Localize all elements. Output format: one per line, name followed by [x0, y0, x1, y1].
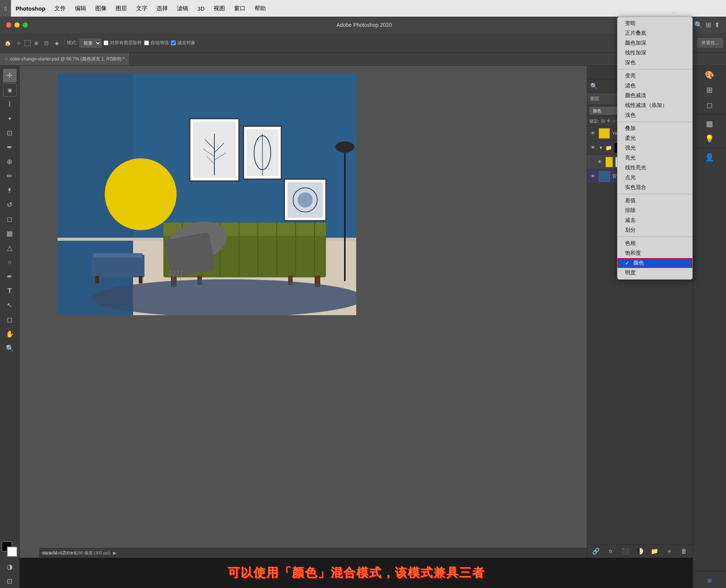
background-color[interactable]	[7, 546, 17, 557]
eyedropper-tool[interactable]: ✒	[3, 141, 17, 154]
blend-difference[interactable]: 差值	[617, 196, 692, 206]
selection-tool[interactable]: ▣	[3, 83, 17, 97]
clone-stamp-tool[interactable]: 🖈	[3, 184, 17, 197]
blend-darker-color[interactable]: 深色	[617, 58, 692, 68]
blur-tool[interactable]: △	[3, 241, 17, 255]
crop-tool[interactable]: ⊡	[3, 126, 17, 140]
blend-vivid-light[interactable]: 亮光	[617, 153, 692, 163]
blend-color[interactable]: 颜色	[617, 258, 692, 268]
blend-linear-burn[interactable]: 线性加深	[617, 48, 692, 58]
blend-multiply[interactable]: 正片叠底	[617, 28, 692, 38]
blend-darken[interactable]: 变暗	[617, 19, 692, 28]
gradient-tool[interactable]: ▦	[3, 227, 17, 240]
active-tab[interactable]: ✕ color-change-starter.psd @ 66.7% (颜色填充…	[0, 53, 129, 65]
rect-select-icon[interactable]	[25, 40, 31, 46]
close-button[interactable]	[6, 22, 11, 28]
menu-select[interactable]: 选择	[152, 0, 172, 17]
lock-artboard-icon[interactable]: ⊹	[613, 119, 616, 124]
history-brush-tool[interactable]: ↺	[3, 198, 17, 212]
layer-visibility-fill1[interactable]: 👁	[596, 159, 603, 165]
app-menu-photoshop[interactable]: Photoshop	[11, 0, 50, 17]
merge-mask-button[interactable]: 并遮住...	[697, 38, 723, 48]
menu-filter[interactable]: 滤镜	[172, 0, 193, 17]
blend-color-dodge[interactable]: 颜色减淡	[617, 91, 692, 101]
blend-color-burn[interactable]: 颜色加深	[617, 38, 692, 48]
menu-image[interactable]: 图像	[91, 0, 111, 17]
hand-tool[interactable]: ✋	[3, 327, 17, 341]
blend-hue[interactable]: 色相	[617, 238, 692, 248]
adjustments-icon[interactable]: ⊞	[701, 82, 719, 97]
layer-mask-btn[interactable]: ⬛	[620, 546, 631, 557]
layer-group-btn[interactable]: 📁	[649, 546, 660, 557]
blend-exclusion[interactable]: 排除	[617, 206, 692, 215]
dodge-tool[interactable]: ○	[3, 255, 17, 269]
zoom-tool[interactable]: 🔍	[3, 342, 17, 355]
menu-file[interactable]: 文件	[50, 0, 70, 17]
blend-hard-light[interactable]: 强光	[617, 143, 692, 153]
mode-select[interactable]: 矩形 椭圆 套索	[79, 39, 101, 48]
blend-linear-light[interactable]: 线性亮光	[617, 163, 692, 173]
blend-linear-dodge[interactable]: 线性减淡（添加）	[617, 101, 692, 110]
check-subtract-input[interactable]	[171, 40, 176, 45]
layer-delete-btn[interactable]: 🗑	[679, 546, 689, 557]
share-icon[interactable]: ⬆	[714, 21, 720, 29]
menu-help[interactable]: 帮助	[250, 0, 270, 17]
color-swatches[interactable]	[2, 541, 18, 558]
light-icon[interactable]: 💡	[701, 131, 719, 146]
layer-link-btn[interactable]: 🔗	[591, 546, 601, 557]
styles-icon[interactable]: ◻	[701, 97, 719, 113]
color-picker-icon[interactable]: 🎨	[701, 67, 719, 82]
pen-tool[interactable]: ✒	[3, 270, 17, 283]
brush-tool[interactable]: ✏	[3, 169, 17, 183]
blend-luminosity[interactable]: 明度	[617, 268, 692, 278]
menu-3d[interactable]: 3D	[193, 0, 209, 17]
blend-subtract[interactable]: 减去	[617, 215, 692, 225]
layer-visibility-group1[interactable]: 👁	[589, 145, 596, 150]
gradient-panel-icon[interactable]: ▦	[701, 116, 719, 131]
layer-visibility-yellow[interactable]: 👁	[589, 130, 596, 136]
screen-mode-tool[interactable]: ⊡	[3, 574, 17, 588]
eraser-tool[interactable]: ◻	[3, 212, 17, 226]
magic-wand-tool[interactable]: ✦	[3, 112, 17, 125]
menu-view[interactable]: 视图	[209, 0, 230, 17]
menu-type[interactable]: 文字	[132, 0, 152, 17]
blend-lighten[interactable]: 变亮	[617, 71, 692, 81]
check-subtract-subject[interactable]: 减去对象	[171, 40, 195, 46]
type-tool[interactable]: T	[3, 284, 17, 298]
layer-fx-btn[interactable]: fx	[605, 546, 616, 557]
minimize-button[interactable]	[14, 22, 20, 28]
lock-pixels-icon[interactable]: ⊡	[601, 119, 605, 124]
selection-tool-icon[interactable]: ⊹	[14, 39, 23, 48]
check-auto-enhance[interactable]: 自动增强	[144, 40, 169, 46]
lock-position-icon[interactable]: ✛	[607, 119, 610, 124]
menu-layer[interactable]: 图层	[111, 0, 132, 17]
apple-menu[interactable]: 	[0, 0, 11, 17]
quick-mask-tool[interactable]: ◑	[3, 560, 17, 574]
layers-panel-icon[interactable]: ≡	[701, 573, 719, 588]
healing-tool[interactable]: ⊕	[3, 155, 17, 169]
blend-hard-mix[interactable]: 实色混合	[617, 183, 692, 192]
check-auto-enhance-input[interactable]	[144, 40, 149, 45]
menu-edit[interactable]: 编辑	[70, 0, 91, 17]
layer-new-btn[interactable]: +	[664, 546, 675, 557]
maximize-button[interactable]	[23, 22, 28, 28]
tab-close-icon[interactable]: ✕	[5, 57, 8, 62]
layers-search-icon[interactable]: 🔍	[590, 82, 598, 90]
lasso-tool[interactable]: ⌇	[3, 97, 17, 111]
menu-window[interactable]: 窗口	[230, 0, 250, 17]
select2-icon[interactable]: ◈	[52, 39, 61, 48]
blend-soft-light[interactable]: 柔光	[617, 133, 692, 143]
search-icon[interactable]: 🔍	[694, 21, 703, 29]
layer-expand-icon[interactable]: ▼	[599, 145, 603, 150]
move-tool-icon[interactable]: ⊕	[32, 39, 41, 48]
blend-pin-light[interactable]: 点光	[617, 173, 692, 183]
model-icon[interactable]: 👤	[701, 150, 719, 165]
layer-visibility-bg[interactable]: 👁	[589, 173, 596, 179]
blend-divide[interactable]: 划分	[617, 225, 692, 235]
layer-adjustment-btn[interactable]: 🌓	[634, 546, 645, 557]
blend-lighter-color[interactable]: 浅色	[617, 110, 692, 120]
check-all-layers[interactable]: 对所有图层取样	[104, 40, 142, 46]
home-icon[interactable]: 🏠	[3, 39, 12, 48]
shape-tool[interactable]: ◻	[3, 313, 17, 326]
transform-icon[interactable]: ⊡	[42, 39, 51, 48]
